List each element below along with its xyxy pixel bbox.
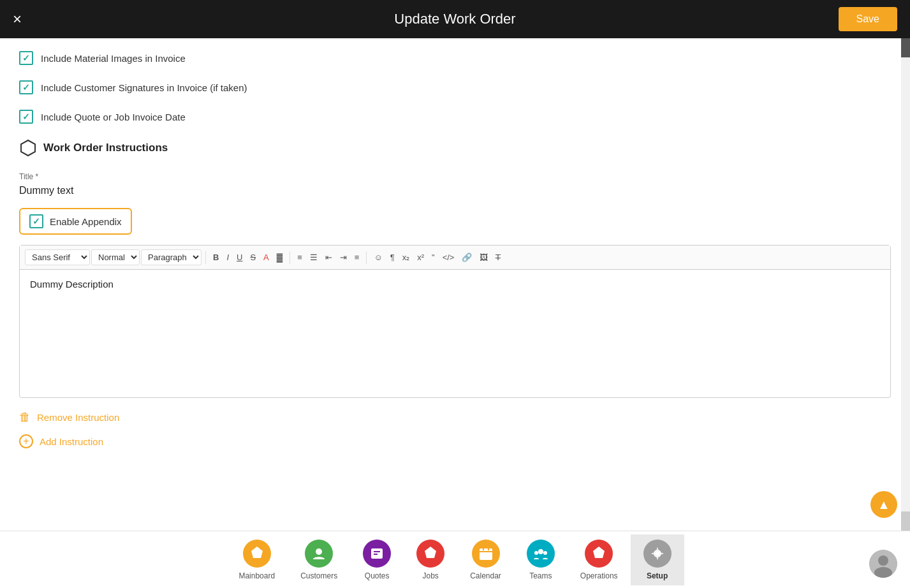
enable-appendix-checkbox[interactable]: ✓ — [29, 214, 43, 228]
editor-content: Dummy Description — [30, 279, 114, 290]
scroll-track — [901, 38, 910, 531]
main-content: ✓ Include Material Images in Invoice ✓ I… — [0, 38, 910, 531]
underline-button[interactable]: U — [233, 251, 246, 264]
nav-label-operations: Operations — [580, 571, 618, 580]
svg-point-2 — [316, 548, 322, 555]
setup-icon — [643, 540, 671, 568]
scroll-thumb-top[interactable] — [901, 38, 910, 57]
size-select[interactable]: Normal Small Large Huge — [91, 249, 140, 265]
calendar-icon — [472, 540, 500, 568]
toolbar-divider-1 — [205, 251, 206, 264]
checkbox-invoice-date[interactable]: ✓ — [19, 110, 33, 124]
editor-body[interactable]: Dummy Description — [20, 270, 890, 397]
svg-point-11 — [538, 549, 543, 554]
nav-item-quotes[interactable]: Quotes — [350, 534, 404, 585]
nav-label-customers: Customers — [300, 571, 337, 580]
scroll-top-button[interactable]: ▲ — [870, 491, 897, 518]
quote-button[interactable]: " — [429, 251, 438, 264]
svg-rect-7 — [480, 548, 492, 560]
mainboard-icon — [243, 540, 271, 568]
indent-decrease-button[interactable]: ⇤ — [322, 251, 335, 264]
svg-point-17 — [656, 552, 659, 555]
emoji-button[interactable]: ☺ — [371, 251, 385, 264]
editor-toolbar: Sans Serif Serif Monospace Normal Small … — [20, 246, 890, 270]
highlight-button[interactable]: ▓ — [274, 251, 286, 264]
scroll-thumb-bottom[interactable] — [901, 511, 910, 531]
svg-marker-6 — [425, 547, 436, 558]
link-button[interactable]: 🔗 — [459, 251, 475, 264]
checkbox-row-1[interactable]: ✓ Include Material Images in Invoice — [19, 51, 891, 65]
enable-appendix-wrapper[interactable]: ✓ Enable Appendix — [19, 208, 132, 235]
teams-icon — [527, 540, 555, 568]
close-button[interactable]: × — [13, 11, 22, 27]
checkbox-customer-signatures-label: Include Customer Signatures in Invoice (… — [41, 82, 247, 93]
indent-increase-button[interactable]: ⇥ — [337, 251, 350, 264]
italic-button[interactable]: I — [223, 251, 232, 264]
nav-label-mainboard: Mainboard — [239, 571, 275, 580]
avatar[interactable] — [869, 550, 897, 578]
rich-text-editor: Sans Serif Serif Monospace Normal Small … — [19, 245, 891, 398]
unordered-list-button[interactable]: ☰ — [307, 251, 321, 264]
add-instruction-row[interactable]: + Add Instruction — [19, 434, 891, 448]
svg-point-19 — [878, 555, 888, 566]
operations-icon — [585, 540, 613, 568]
checkbox-row-2[interactable]: ✓ Include Customer Signatures in Invoice… — [19, 80, 891, 94]
nav-item-teams[interactable]: Teams — [514, 534, 568, 585]
strikethrough-button[interactable]: S — [247, 251, 259, 264]
plus-circle-icon: + — [19, 434, 33, 448]
customers-icon — [305, 540, 333, 568]
remove-instruction-label[interactable]: Remove Instruction — [37, 412, 119, 423]
svg-marker-14 — [593, 547, 605, 558]
checkbox-material-images-label: Include Material Images in Invoice — [41, 53, 186, 64]
nav-item-mainboard[interactable]: Mainboard — [226, 534, 288, 585]
align-button[interactable]: ≡ — [351, 251, 363, 264]
trash-icon: 🗑 — [19, 411, 31, 424]
checkbox-customer-signatures[interactable]: ✓ — [19, 80, 33, 94]
svg-marker-0 — [21, 140, 35, 156]
nav-label-calendar: Calendar — [470, 571, 501, 580]
subscript-button[interactable]: x₂ — [399, 251, 413, 264]
checkbox-row-3[interactable]: ✓ Include Quote or Job Invoice Date — [19, 110, 891, 124]
save-button[interactable]: Save — [839, 7, 897, 31]
bottom-nav: Mainboard Customers Quotes Jobs Calendar… — [0, 531, 910, 588]
section-title: Work Order Instructions — [43, 142, 168, 154]
code-button[interactable]: </> — [439, 251, 458, 264]
enable-appendix-label: Enable Appendix — [50, 216, 122, 227]
superscript-button[interactable]: x² — [414, 251, 427, 264]
jobs-icon — [416, 540, 444, 568]
header: × Update Work Order Save — [0, 0, 910, 38]
image-button[interactable]: 🖼 — [476, 251, 491, 264]
style-select[interactable]: Paragraph Heading 1 Heading 2 — [141, 249, 202, 265]
nav-item-customers[interactable]: Customers — [288, 534, 350, 585]
checkbox-invoice-date-label: Include Quote or Job Invoice Date — [41, 112, 186, 122]
title-field-value[interactable]: Dummy text — [19, 184, 891, 198]
paragraph-mark-button[interactable]: ¶ — [387, 251, 398, 264]
svg-point-12 — [534, 551, 538, 555]
toolbar-divider-3 — [366, 251, 367, 264]
nav-item-setup[interactable]: Setup — [631, 534, 684, 585]
toolbar-divider-2 — [290, 251, 290, 264]
nav-item-calendar[interactable]: Calendar — [457, 534, 514, 585]
nav-label-teams: Teams — [529, 571, 552, 580]
font-select[interactable]: Sans Serif Serif Monospace — [25, 249, 90, 265]
page-title: Update Work Order — [394, 11, 515, 27]
nav-item-operations[interactable]: Operations — [568, 534, 631, 585]
svg-point-13 — [543, 551, 547, 555]
svg-marker-1 — [251, 547, 263, 558]
title-field-group: Title * Dummy text — [19, 172, 891, 198]
nav-label-quotes: Quotes — [365, 571, 390, 580]
quotes-icon — [363, 540, 391, 568]
font-color-button[interactable]: A — [260, 251, 272, 264]
nav-item-jobs[interactable]: Jobs — [404, 534, 457, 585]
checkbox-material-images[interactable]: ✓ — [19, 51, 33, 65]
hex-icon — [19, 139, 37, 157]
ordered-list-button[interactable]: ≡ — [294, 251, 305, 264]
section-header: Work Order Instructions — [19, 139, 891, 157]
title-field-label: Title * — [19, 172, 891, 181]
remove-instruction-row[interactable]: 🗑 Remove Instruction — [19, 411, 891, 424]
nav-label-setup: Setup — [647, 571, 668, 580]
bold-button[interactable]: B — [210, 251, 222, 264]
add-instruction-label[interactable]: Add Instruction — [40, 436, 103, 447]
nav-label-jobs: Jobs — [422, 571, 438, 580]
clear-format-button[interactable]: T̶ — [492, 251, 504, 264]
